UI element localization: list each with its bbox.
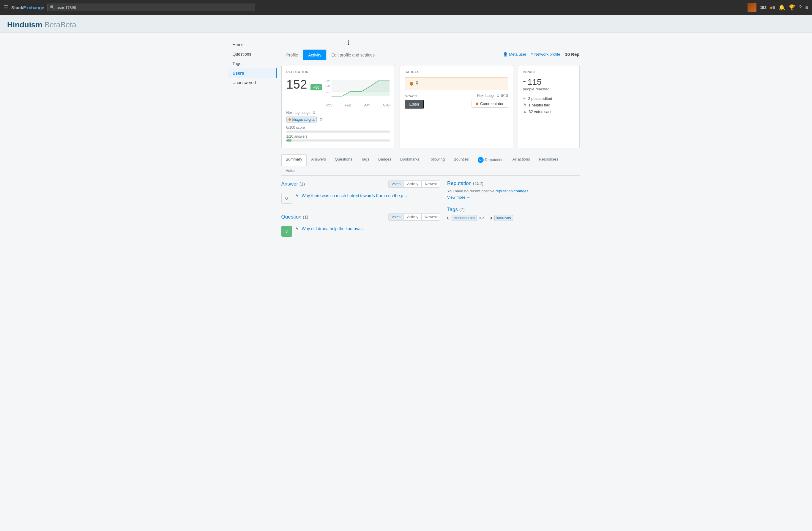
- activity-tab-summary[interactable]: Summary: [281, 154, 307, 166]
- chart-label-feb: FEB: [345, 103, 351, 107]
- progress-section: 0/100 score 1/20 answers: [286, 125, 390, 141]
- hamburger-icon[interactable]: ☰: [3, 4, 8, 11]
- commentator-badge-dot: [476, 102, 478, 105]
- questions-title: Question (1): [281, 214, 308, 220]
- answer-link-1[interactable]: Why there was so much hatred towards Kar…: [302, 193, 408, 199]
- sidebar-item-unanswered[interactable]: Unanswered: [228, 78, 277, 87]
- tag-badge[interactable]: bhagavad-gita: [286, 116, 317, 123]
- answers-sort-newest[interactable]: Newest: [422, 180, 440, 187]
- badge-gear-icon[interactable]: ⚙: [496, 94, 500, 98]
- progress2-label: 1/20 answers: [286, 135, 390, 139]
- reputation-card: REPUTATION 152 +50 160 130 101: [281, 65, 395, 148]
- question-link-1[interactable]: Why did drona help the kauravas: [302, 226, 363, 232]
- meta-user-link[interactable]: 👤 Meta user: [503, 52, 526, 56]
- editor-badge-button[interactable]: Editor: [405, 100, 424, 109]
- site-header: Hinduism BetaBeta: [0, 15, 812, 33]
- tag-count-1: 0: [490, 216, 492, 220]
- activity-tab-bookmarks[interactable]: Bookmarks: [396, 154, 424, 166]
- sidebar-item-tags[interactable]: Tags: [228, 59, 277, 68]
- network-icon: ≡: [531, 52, 533, 56]
- sidebar-item-questions[interactable]: Questions: [228, 50, 277, 59]
- tag-kauravas[interactable]: kauravas: [494, 215, 513, 221]
- activity-tab-following[interactable]: Following: [424, 154, 449, 166]
- badges-bronze-row: 8: [405, 77, 508, 90]
- menu-icon[interactable]: ≡: [805, 4, 809, 11]
- svg-text:160: 160: [325, 79, 330, 82]
- answers-header: Answer (1) Votes Activity Newest: [281, 180, 440, 187]
- reputation-title: REPUTATION: [286, 70, 390, 74]
- activity-tab-all-actions[interactable]: All actions: [508, 154, 535, 166]
- tab-activity[interactable]: Activity: [303, 50, 326, 60]
- activity-tab-badges[interactable]: Badges: [374, 154, 396, 166]
- impact-item-2: ⚑ 1 helpful flag: [523, 102, 575, 107]
- activity-tab-bounties[interactable]: Bounties: [449, 154, 473, 166]
- next-badge-label: Next badge ⚙ 8/10: [472, 94, 508, 98]
- answers-section: Answer (1) Votes Activity Newest 0 ⚑ Why…: [281, 180, 440, 206]
- main-layout: Home Questions Tags Users Unanswered ↓ P…: [228, 33, 584, 244]
- two-col-content: Answer (1) Votes Activity Newest 0 ⚑ Why…: [281, 180, 580, 239]
- triangle-icon: ▲: [523, 109, 527, 114]
- tag-mahabharata[interactable]: mahabharata: [452, 215, 477, 221]
- questions-sort-newest[interactable]: Newest: [422, 213, 440, 221]
- tab-profile[interactable]: Profile: [281, 50, 303, 60]
- impact-label: people reached: [523, 87, 575, 91]
- logo-exchange: Exchange: [23, 5, 44, 10]
- reputation-chart-svg: 160 130 101: [325, 77, 390, 101]
- progress-bar-2-fill: [286, 139, 291, 141]
- answers-sort-activity[interactable]: Activity: [404, 180, 422, 187]
- activity-tab-responses[interactable]: Responses: [535, 154, 563, 166]
- rep-left: 152 +50: [286, 77, 322, 92]
- sidebar-item-users[interactable]: Users: [228, 68, 277, 78]
- impact-item-3: ▲ 32 votes cast: [523, 109, 575, 114]
- activity-tab-questions[interactable]: Questions: [330, 154, 357, 166]
- content-area: ↓ Profile Activity Edit profile and sett…: [277, 38, 584, 239]
- impact-card: IMPACT ~115 people reached ✏ 2 posts edi…: [518, 65, 580, 148]
- activity-tab-votes[interactable]: Votes: [281, 166, 300, 176]
- tab-edit-profile[interactable]: Edit profile and settings: [327, 50, 380, 60]
- search-input[interactable]: [57, 5, 252, 10]
- tags-section-title: Tags (7): [447, 207, 579, 213]
- badges-footer: Newest Editor Next badge ⚙ 8/10: [405, 94, 508, 109]
- network-profile-link[interactable]: ≡ Network profile: [531, 52, 560, 56]
- rep-number: 152: [286, 77, 307, 91]
- col-right: Reputation (152) You have no recent posi…: [447, 180, 579, 239]
- progress-bar-2-bg: [286, 139, 390, 141]
- next-tag-label: Next tag badge: [286, 111, 310, 115]
- inbox-icon[interactable]: 🔔: [779, 4, 785, 11]
- progress1-label: 0/100 score: [286, 125, 390, 130]
- reputation-changes-link[interactable]: reputation changes: [496, 189, 528, 193]
- answers-sort-tabs: Votes Activity Newest: [388, 180, 440, 187]
- chart-labels: NOV FEB MAY AUG: [325, 103, 390, 107]
- activity-tab-answers[interactable]: Answers: [307, 154, 330, 166]
- reputation-badge: 50: [478, 157, 484, 163]
- activity-tab-reputation[interactable]: 50Reputation: [473, 154, 508, 166]
- site-logo[interactable]: Stack Exchange: [11, 5, 44, 10]
- question-flag-icon: ⚑: [295, 226, 299, 231]
- stats-row: REPUTATION 152 +50 160 130 101: [281, 65, 580, 148]
- questions-sort-activity[interactable]: Activity: [404, 213, 422, 221]
- tag-row-1: 0 mahabharata × 2 0 kauravas: [447, 215, 579, 221]
- newest-badge-section: Newest Editor: [405, 94, 424, 109]
- tag-gear-icon[interactable]: ⚙: [319, 117, 323, 122]
- help-icon[interactable]: ?: [799, 4, 802, 11]
- trophy-icon[interactable]: 🏆: [788, 4, 795, 11]
- impact-title: IMPACT: [523, 70, 575, 74]
- bronze-badge-dot: 8: [770, 5, 775, 10]
- tag-dot-icon: [289, 118, 291, 121]
- bronze-dot-icon: [410, 82, 413, 86]
- search-icon: 🔍: [50, 5, 55, 10]
- badges-title: BADGES: [405, 70, 508, 74]
- topbar-right: 152 8 🔔 🏆 ? ≡: [748, 3, 809, 12]
- bronze-count: 8: [416, 81, 419, 87]
- settings-gear-icon[interactable]: ⚙: [312, 111, 316, 115]
- questions-sort-votes[interactable]: Votes: [388, 213, 404, 221]
- avatar[interactable]: [748, 3, 756, 12]
- rep-note: You have no recent positive reputation c…: [447, 189, 579, 193]
- commentator-badge-button[interactable]: Commentator: [472, 100, 508, 108]
- activity-tab-tags[interactable]: Tags: [357, 154, 374, 166]
- chart-label-may: MAY: [363, 103, 370, 107]
- impact-number: ~115: [523, 77, 575, 87]
- sidebar-item-home[interactable]: Home: [228, 40, 277, 50]
- view-more-link[interactable]: View more →: [447, 195, 579, 199]
- answers-sort-votes[interactable]: Votes: [388, 180, 404, 187]
